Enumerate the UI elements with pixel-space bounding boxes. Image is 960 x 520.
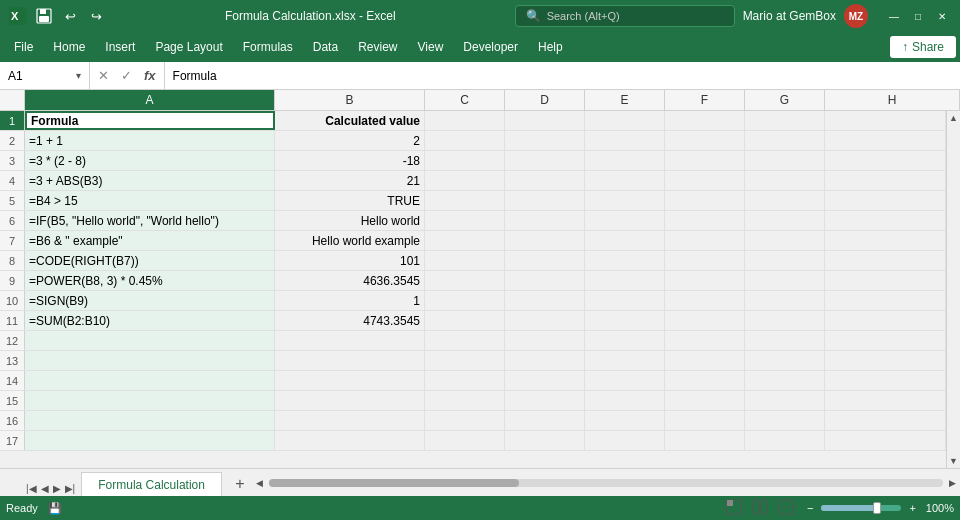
cell[interactable] [275,411,425,430]
cell[interactable] [505,251,585,270]
cell[interactable] [745,411,825,430]
cell[interactable] [745,131,825,150]
cell[interactable]: =SUM(B2:B10) [25,311,275,330]
cell[interactable] [665,231,745,250]
cell[interactable] [665,291,745,310]
tab-nav-next[interactable]: ▶ [51,481,63,496]
cell[interactable] [825,331,946,350]
menu-formulas[interactable]: Formulas [233,36,303,58]
cell[interactable] [585,291,665,310]
h-scroll-left-arrow[interactable]: ◀ [256,478,263,488]
cell[interactable] [275,431,425,450]
cell[interactable] [425,231,505,250]
col-header-A[interactable]: A [25,90,275,110]
vertical-scrollbar[interactable]: ▲ ▼ [946,111,960,468]
cell[interactable] [745,211,825,230]
cell[interactable] [665,251,745,270]
cell[interactable] [745,151,825,170]
cell[interactable] [665,371,745,390]
page-layout-view-button[interactable] [749,497,771,519]
cell[interactable] [505,311,585,330]
cell[interactable] [665,171,745,190]
cell[interactable]: =POWER(B8, 3) * 0.45% [25,271,275,290]
cell[interactable] [745,191,825,210]
formula-cancel-icon[interactable]: ✕ [94,66,113,85]
cell[interactable]: =B4 > 15 [25,191,275,210]
cell[interactable] [425,331,505,350]
row-number[interactable]: 11 [0,311,25,330]
cell[interactable]: Calculated value [275,111,425,130]
cell[interactable] [425,151,505,170]
col-header-F[interactable]: F [665,90,745,110]
tab-nav-last[interactable]: ▶| [63,481,78,496]
cell[interactable] [585,131,665,150]
cell-reference-box[interactable]: A1 ▾ [0,62,90,89]
tab-nav-prev[interactable]: ◀ [39,481,51,496]
cell[interactable] [745,291,825,310]
menu-file[interactable]: File [4,36,43,58]
cell[interactable] [425,271,505,290]
cell[interactable] [25,351,275,370]
menu-help[interactable]: Help [528,36,573,58]
scroll-up-arrow[interactable]: ▲ [947,111,960,125]
formula-fx-icon[interactable]: fx [140,66,160,85]
cell[interactable] [825,151,946,170]
col-header-B[interactable]: B [275,90,425,110]
cell[interactable] [505,371,585,390]
status-save-icon[interactable]: 💾 [48,502,62,515]
search-box[interactable]: 🔍 Search (Alt+Q) [515,5,735,27]
cell[interactable] [745,171,825,190]
cell[interactable] [665,311,745,330]
cell[interactable]: 21 [275,171,425,190]
cell[interactable] [25,371,275,390]
cell[interactable] [425,311,505,330]
cell[interactable]: -18 [275,151,425,170]
cell[interactable] [275,391,425,410]
cell[interactable] [585,231,665,250]
cell[interactable] [665,271,745,290]
row-number[interactable]: 7 [0,231,25,250]
col-header-C[interactable]: C [425,90,505,110]
cell[interactable] [425,291,505,310]
cell[interactable] [505,331,585,350]
cell[interactable] [745,111,825,130]
row-number[interactable]: 8 [0,251,25,270]
cell[interactable]: =3 * (2 - 8) [25,151,275,170]
cell[interactable] [505,131,585,150]
cell[interactable] [25,331,275,350]
cell[interactable] [825,351,946,370]
cell[interactable] [825,131,946,150]
cell[interactable] [585,351,665,370]
cell[interactable] [275,351,425,370]
cell[interactable] [745,331,825,350]
cell[interactable] [505,391,585,410]
share-button[interactable]: ↑ Share [890,36,956,58]
cell[interactable] [505,431,585,450]
cell[interactable] [585,371,665,390]
cell[interactable] [825,391,946,410]
cell[interactable] [425,251,505,270]
cell[interactable] [425,131,505,150]
row-number[interactable]: 5 [0,191,25,210]
cell[interactable]: Formula [25,111,275,130]
close-button[interactable]: ✕ [932,6,952,26]
cell[interactable] [825,411,946,430]
cell[interactable] [425,391,505,410]
cell[interactable] [505,111,585,130]
row-number[interactable]: 15 [0,391,25,410]
cell[interactable] [585,331,665,350]
zoom-in-btn[interactable]: + [909,502,915,514]
row-number[interactable]: 16 [0,411,25,430]
cell[interactable] [505,171,585,190]
row-number[interactable]: 6 [0,211,25,230]
h-scroll-track[interactable] [269,479,943,487]
zoom-out-btn[interactable]: − [807,502,813,514]
cell[interactable] [825,111,946,130]
cell[interactable]: 101 [275,251,425,270]
cell[interactable] [825,431,946,450]
row-number[interactable]: 17 [0,431,25,450]
row-number[interactable]: 9 [0,271,25,290]
sheet-tab-formula-calculation[interactable]: Formula Calculation [81,472,222,496]
cell[interactable] [585,111,665,130]
cell[interactable] [585,251,665,270]
